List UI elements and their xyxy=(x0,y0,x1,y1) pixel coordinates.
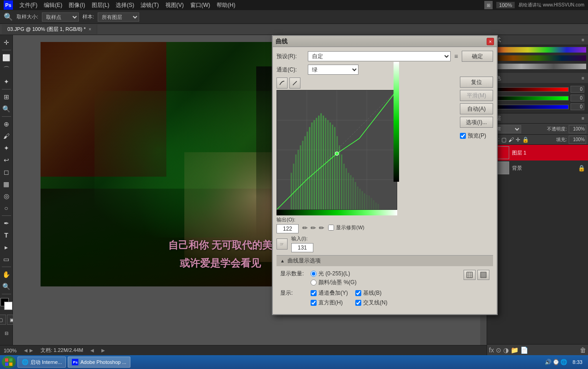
gray-point-picker[interactable]: ✏ xyxy=(311,224,316,232)
scrubby-zoom-btn[interactable]: ☞ xyxy=(276,238,288,250)
opacity-input[interactable] xyxy=(569,125,586,133)
sample-select[interactable]: 所有图层 xyxy=(98,12,139,22)
color-panel-menu[interactable]: ≡ xyxy=(582,76,584,81)
curves-graph[interactable] xyxy=(276,90,397,210)
new-group-btn[interactable]: 📁 xyxy=(511,346,518,354)
options-btn[interactable]: 选项(I)... xyxy=(460,117,493,128)
pencil-draw-btn[interactable] xyxy=(289,77,300,89)
quick-select-tool[interactable]: ✦ xyxy=(1,76,12,87)
start-button[interactable] xyxy=(2,356,16,368)
zoom-in-btn[interactable]: ▶ xyxy=(29,348,33,353)
layer-1-item[interactable]: 👁 图层 1 xyxy=(487,145,588,161)
fill-input[interactable] xyxy=(569,136,586,144)
menu-help[interactable]: 帮助(H) xyxy=(214,0,238,10)
input-input[interactable] xyxy=(291,243,313,252)
menu-layer[interactable]: 图层(L) xyxy=(89,0,112,10)
delete-layer-btn[interactable]: 🗑 xyxy=(580,346,586,354)
screen-mode-btn[interactable]: ⊟ xyxy=(1,327,12,339)
background-color[interactable] xyxy=(4,302,12,310)
styles-panel-menu[interactable]: ≡ xyxy=(582,37,584,42)
color-swatches[interactable] xyxy=(0,298,12,310)
shape-tool[interactable]: ▭ xyxy=(1,254,12,265)
add-mask-btn[interactable]: ⊙ xyxy=(496,346,501,354)
hand-tool[interactable]: ✋ xyxy=(1,269,12,280)
intersect-checkbox[interactable] xyxy=(355,300,361,306)
menu-view[interactable]: 视图(V) xyxy=(163,0,187,10)
new-layer-btn[interactable]: 📄 xyxy=(520,346,528,354)
layers-panel-menu[interactable]: ≡ xyxy=(582,116,584,121)
gradient-swatch-1[interactable] xyxy=(489,47,586,53)
channel-overlay-checkbox[interactable] xyxy=(311,290,317,296)
blue-value-input[interactable] xyxy=(570,103,584,110)
preview-checkbox[interactable] xyxy=(460,133,466,139)
dodge-tool[interactable]: ○ xyxy=(1,202,12,214)
red-bar[interactable] xyxy=(497,87,569,92)
histogram-checkbox[interactable] xyxy=(311,300,317,306)
eraser-tool[interactable]: ◻ xyxy=(1,167,12,178)
menu-file[interactable]: 文件(F) xyxy=(17,0,40,10)
adjustment-btn[interactable]: ◑ xyxy=(503,346,509,354)
curves-section-header[interactable]: ▲ 曲线显示选项 xyxy=(276,255,493,266)
output-input[interactable] xyxy=(276,224,299,233)
tab-close-button[interactable]: × xyxy=(88,27,91,32)
blue-bar[interactable] xyxy=(497,105,569,109)
menu-edit[interactable]: 编辑(E) xyxy=(41,0,65,10)
channel-select[interactable]: 绿 RGB 红 蓝 xyxy=(308,65,359,75)
file-info-arrow-left[interactable]: ◀ xyxy=(90,348,94,353)
path-selection-tool[interactable]: ▸ xyxy=(1,242,12,253)
menu-window[interactable]: 窗口(W) xyxy=(188,0,213,10)
green-value-input[interactable] xyxy=(570,95,584,101)
gradient-swatch-3[interactable] xyxy=(489,64,586,69)
move-tool[interactable]: ✛ xyxy=(1,37,12,48)
light-radio[interactable] xyxy=(311,271,317,277)
standard-mode-btn[interactable]: ▢ xyxy=(0,315,6,325)
menu-image[interactable]: 图像(I) xyxy=(66,0,88,10)
lock-position-btn[interactable]: ✛ xyxy=(516,137,520,143)
eyedropper-tool-icon[interactable]: 🔍 xyxy=(4,12,13,21)
pigment-radio[interactable] xyxy=(311,280,317,286)
menu-filter[interactable]: 滤镜(T) xyxy=(138,0,161,10)
grid-10x10-btn[interactable] xyxy=(477,270,489,280)
ie-taskbar-item[interactable]: 🌐 启动 Interne... xyxy=(18,357,66,368)
baseline-checkbox[interactable] xyxy=(355,290,361,296)
blur-tool[interactable]: ◎ xyxy=(1,190,12,202)
layer-bg-item[interactable]: 👁 背景 🔒 xyxy=(487,161,588,175)
text-tool[interactable]: T xyxy=(1,230,12,241)
black-point-picker[interactable]: ✏ xyxy=(302,224,308,232)
healing-tool[interactable]: ⊕ xyxy=(1,119,12,130)
menu-select[interactable]: 选择(S) xyxy=(113,0,137,10)
preset-select[interactable]: 自定 xyxy=(308,51,451,61)
history-brush-tool[interactable]: ↩ xyxy=(1,155,12,166)
preset-options-icon[interactable]: ≡ xyxy=(454,53,458,60)
lock-pixels-btn[interactable]: 🖌 xyxy=(508,137,514,143)
dialog-close-btn[interactable]: × xyxy=(487,38,494,45)
ps-taskbar-item[interactable]: Ps Adobe Photoshop ... xyxy=(68,357,130,368)
gradient-tool[interactable]: ▦ xyxy=(1,179,12,190)
reset-btn[interactable]: 复位 xyxy=(460,77,493,88)
document-tab[interactable]: 03.JPG @ 100% (图层 1, RGB/8) * × xyxy=(2,24,97,34)
zoom-tool[interactable]: 🔍 xyxy=(1,281,12,292)
sample-size-select[interactable]: 取样点 xyxy=(42,12,79,22)
smooth-btn[interactable]: 平滑(M) xyxy=(460,90,493,101)
clip-checkbox[interactable] xyxy=(328,225,334,231)
clone-stamp-tool[interactable]: ✦ xyxy=(1,143,12,154)
green-bar[interactable] xyxy=(497,96,569,101)
gradient-swatch-2[interactable] xyxy=(489,55,586,61)
add-fx-btn[interactable]: fx xyxy=(489,346,494,354)
crop-tool[interactable]: ⊞ xyxy=(1,91,12,102)
lock-all-btn[interactable]: 🔒 xyxy=(522,137,529,143)
white-point-picker[interactable]: ✏ xyxy=(319,224,324,232)
lock-transparent-btn[interactable]: ▢ xyxy=(501,137,506,143)
draw-curve-btn[interactable] xyxy=(276,77,288,89)
file-info-arrow-right[interactable]: ▶ xyxy=(101,348,105,353)
grid-4x4-btn[interactable] xyxy=(464,270,476,280)
marquee-tool[interactable]: ⬜ xyxy=(1,52,12,63)
red-value-input[interactable] xyxy=(570,86,584,93)
brush-tool[interactable]: 🖌 xyxy=(1,131,12,142)
pen-tool[interactable]: ✒ xyxy=(1,218,12,229)
eyedropper-tool[interactable]: 🔍 xyxy=(1,103,12,114)
confirm-btn[interactable]: 确定 xyxy=(462,51,493,62)
auto-btn[interactable]: 自动(A) xyxy=(460,103,493,114)
lasso-tool[interactable]: ⌒ xyxy=(1,64,12,75)
zoom-out-btn[interactable]: ◀ xyxy=(24,348,28,353)
